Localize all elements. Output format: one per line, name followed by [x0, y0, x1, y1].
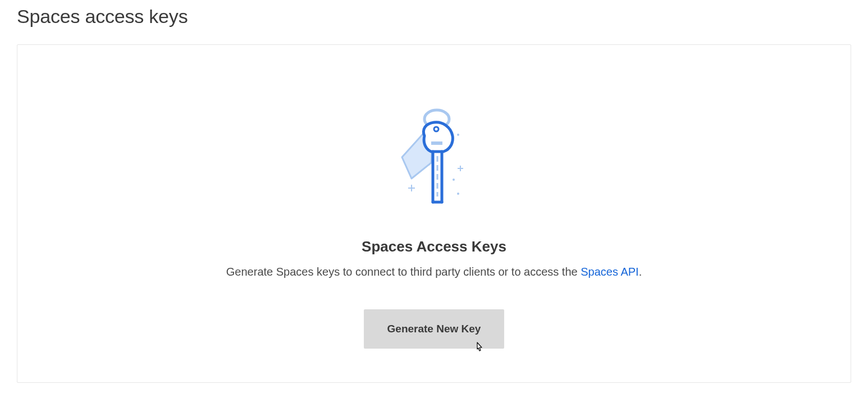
panel-description: Generate Spaces keys to connect to third… [40, 266, 828, 278]
spaces-access-keys-panel: Spaces Access Keys Generate Spaces keys … [17, 44, 851, 383]
svg-point-9 [457, 193, 459, 195]
key-tag-icon [392, 107, 476, 210]
spaces-api-link[interactable]: Spaces API [581, 266, 638, 278]
generate-new-key-button[interactable]: Generate New Key [364, 309, 505, 349]
description-text-prefix: Generate Spaces keys to connect to third… [226, 266, 581, 278]
svg-point-7 [457, 134, 459, 136]
page-title: Spaces access keys [17, 6, 851, 28]
svg-rect-2 [431, 141, 442, 145]
svg-point-8 [453, 179, 455, 181]
description-text-suffix: . [639, 266, 642, 278]
cursor-pointer-icon [474, 341, 485, 358]
generate-button-label: Generate New Key [387, 323, 481, 335]
panel-heading: Spaces Access Keys [40, 238, 828, 255]
